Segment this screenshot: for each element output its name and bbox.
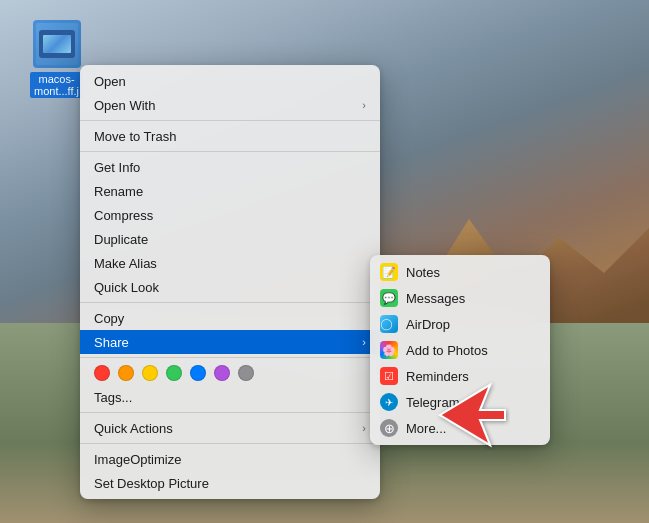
submenu-item-notes[interactable]: 📝 Notes — [370, 259, 550, 285]
color-dot-red[interactable] — [94, 365, 110, 381]
arrow-icon: › — [362, 422, 366, 434]
file-icon[interactable]: macos- mont...ff.j — [30, 20, 83, 98]
menu-item-make-alias[interactable]: Make Alias — [80, 251, 380, 275]
menu-item-open-with[interactable]: Open With › — [80, 93, 380, 117]
notes-icon: 📝 — [380, 263, 398, 281]
submenu-item-airdrop[interactable]: ⃝ AirDrop — [370, 311, 550, 337]
submenu-item-reminders[interactable]: ☑ Reminders — [370, 363, 550, 389]
separator-6 — [80, 443, 380, 444]
submenu-item-add-to-photos[interactable]: 🌸 Add to Photos — [370, 337, 550, 363]
arrow-icon: › — [362, 336, 366, 348]
menu-item-copy[interactable]: Copy — [80, 306, 380, 330]
share-submenu: 📝 Notes 💬 Messages ⃝ AirDrop 🌸 Add to Ph… — [370, 255, 550, 445]
monitor-icon — [39, 30, 75, 58]
reminders-icon: ☑ — [380, 367, 398, 385]
color-dot-gray[interactable] — [238, 365, 254, 381]
messages-icon: 💬 — [380, 289, 398, 307]
more-icon: ⊕ — [380, 419, 398, 437]
submenu-item-messages[interactable]: 💬 Messages — [370, 285, 550, 311]
menu-item-share[interactable]: Share › — [80, 330, 380, 354]
submenu-item-more[interactable]: ⊕ More... — [370, 415, 550, 441]
color-dot-blue[interactable] — [190, 365, 206, 381]
separator-5 — [80, 412, 380, 413]
file-icon-image — [33, 20, 81, 68]
color-dot-green[interactable] — [166, 365, 182, 381]
separator-1 — [80, 120, 380, 121]
separator-4 — [80, 357, 380, 358]
menu-item-compress[interactable]: Compress — [80, 203, 380, 227]
telegram-icon: ✈ — [380, 393, 398, 411]
menu-item-rename[interactable]: Rename — [80, 179, 380, 203]
menu-item-tags[interactable]: Tags... — [80, 385, 380, 409]
menu-item-quick-look[interactable]: Quick Look — [80, 275, 380, 299]
menu-item-duplicate[interactable]: Duplicate — [80, 227, 380, 251]
context-menu: Open Open With › Move to Trash Get Info … — [80, 65, 380, 499]
tags-color-row — [80, 361, 380, 385]
menu-item-open[interactable]: Open — [80, 69, 380, 93]
color-dot-yellow[interactable] — [142, 365, 158, 381]
color-dot-purple[interactable] — [214, 365, 230, 381]
menu-item-imageoptimize[interactable]: ImageOptimize — [80, 447, 380, 471]
menu-item-move-to-trash[interactable]: Move to Trash — [80, 124, 380, 148]
file-label: macos- mont...ff.j — [30, 72, 83, 98]
photos-icon: 🌸 — [380, 341, 398, 359]
menu-item-quick-actions[interactable]: Quick Actions › — [80, 416, 380, 440]
arrow-icon: › — [362, 99, 366, 111]
menu-item-set-desktop[interactable]: Set Desktop Picture — [80, 471, 380, 495]
color-dot-orange[interactable] — [118, 365, 134, 381]
submenu-item-telegram[interactable]: ✈ Telegram — [370, 389, 550, 415]
separator-2 — [80, 151, 380, 152]
airdrop-icon: ⃝ — [380, 315, 398, 333]
menu-item-get-info[interactable]: Get Info — [80, 155, 380, 179]
separator-3 — [80, 302, 380, 303]
